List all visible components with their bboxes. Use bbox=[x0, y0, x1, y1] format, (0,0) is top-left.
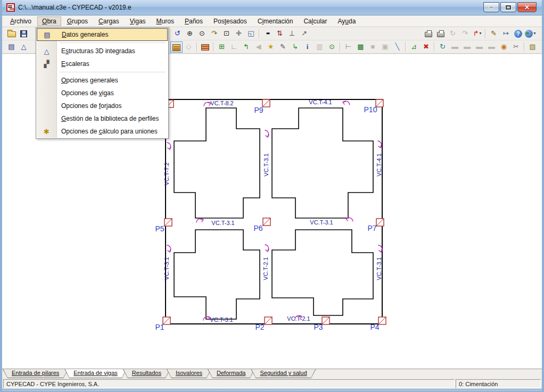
menu-item-opciones-vigas[interactable]: Opciones de vigas bbox=[37, 87, 168, 99]
search-button[interactable]: ●● bbox=[261, 28, 274, 39]
column-marker: P7 bbox=[367, 219, 384, 232]
menu-vigas[interactable]: Vigas bbox=[125, 16, 151, 26]
measure-button[interactable]: ↗ bbox=[298, 28, 310, 39]
title-bar[interactable]: C:\...\manual.c3e - CYPECAD - v2019.e ✕ bbox=[2, 0, 542, 15]
tool-disabled-2-button[interactable]: ▣ bbox=[379, 41, 391, 53]
tool-disabled-5-button[interactable]: ▬ bbox=[473, 41, 485, 53]
beam-multi-disabled-button[interactable]: ▥ bbox=[314, 41, 326, 53]
beam-favorites-button[interactable]: ★ bbox=[265, 41, 277, 53]
coordinates-button[interactable]: ⇅ bbox=[274, 28, 286, 39]
tab-seguridad[interactable]: Seguridad y salud bbox=[251, 369, 316, 378]
beam-info-button[interactable]: i bbox=[301, 41, 314, 53]
tool-disabled-6-button[interactable]: ▬ bbox=[485, 41, 498, 53]
menu-item-escaleras[interactable]: ▞Escaleras bbox=[37, 57, 168, 70]
beams-abacus-button[interactable] bbox=[170, 41, 183, 53]
pan-button[interactable]: ✚ bbox=[233, 28, 245, 39]
menu-item-gestion-biblioteca[interactable]: Gestión de la biblioteca de perfiles bbox=[37, 112, 168, 125]
3d-structures-icon: △ bbox=[37, 47, 56, 55]
maximize-button[interactable] bbox=[500, 2, 516, 12]
walls-button[interactable] bbox=[199, 41, 211, 53]
configuration-button[interactable]: ✎ bbox=[488, 28, 500, 39]
print-setup-button[interactable] bbox=[434, 28, 447, 39]
tab-entrada-vigas[interactable]: Entrada de vigas bbox=[64, 369, 127, 378]
save-file-button[interactable] bbox=[18, 28, 30, 39]
exit-window-button[interactable]: ↦ bbox=[500, 28, 512, 39]
assign-elements-button[interactable]: ⊿ bbox=[408, 41, 420, 53]
menu-obra[interactable]: Obra bbox=[37, 16, 61, 26]
new-beam-button[interactable]: ⊞ bbox=[216, 41, 228, 53]
redraw-edit-button[interactable]: ↷ bbox=[208, 28, 220, 39]
colors-button[interactable]: ◉ bbox=[498, 41, 510, 53]
zoom-factor-button[interactable]: ⊙ bbox=[196, 28, 208, 39]
orthogonal-button[interactable]: ⊥ bbox=[286, 28, 298, 39]
redraw-button[interactable]: ↺ bbox=[171, 28, 184, 39]
menu-item-estructuras-3d[interactable]: △Estructuras 3D integradas bbox=[37, 45, 168, 57]
menu-item-opciones-calculo-uniones[interactable]: ✱Opciones de cálculo para uniones bbox=[37, 125, 168, 138]
menu-archivo[interactable]: Archivo bbox=[5, 16, 36, 26]
diagonal-beam-button[interactable]: ╲ bbox=[391, 41, 403, 53]
export-button[interactable]: ↱▾ bbox=[471, 28, 483, 39]
tab-resultados[interactable]: Resultados bbox=[123, 369, 170, 378]
tool-disabled-1-button[interactable]: ■ bbox=[367, 41, 379, 53]
column-label: P4 bbox=[370, 323, 379, 331]
column-marker: P9 bbox=[254, 99, 270, 114]
toolbar-separator bbox=[340, 42, 341, 52]
full-view-icon: ◱ bbox=[248, 28, 254, 39]
delete-button[interactable]: ✖ bbox=[420, 41, 432, 53]
tab-entrada-pilares[interactable]: Entrada de pilares bbox=[3, 369, 68, 378]
menu-cimentacion[interactable]: Cimentación bbox=[253, 16, 298, 26]
menu-panos[interactable]: Paños bbox=[180, 16, 208, 26]
tab-deformada[interactable]: Deformada bbox=[208, 369, 254, 378]
rotate-view-button[interactable]: ↻ bbox=[436, 41, 449, 53]
group-3d-disabled-button[interactable]: ◇ bbox=[183, 41, 195, 53]
connections-options-icon: ✱ bbox=[37, 128, 56, 136]
cut-button[interactable]: ✂ bbox=[510, 41, 522, 53]
redo-disabled-button[interactable]: ↷ bbox=[459, 28, 471, 39]
diagonal-beam-icon: ╲ bbox=[395, 41, 400, 52]
configuration-icon: ✎ bbox=[491, 28, 497, 39]
general-data-tool-button[interactable]: ▤ bbox=[5, 41, 18, 53]
help-button[interactable] bbox=[512, 28, 524, 39]
zoom-extents-button[interactable]: ⊕ bbox=[184, 28, 196, 39]
print-button[interactable] bbox=[422, 28, 434, 39]
menu-item-opciones-generales[interactable]: Opciones generales bbox=[37, 74, 168, 87]
beam-insert-button[interactable]: ↰ bbox=[240, 41, 252, 53]
menu-calcular[interactable]: Calcular bbox=[299, 16, 332, 26]
zoom-window-button[interactable]: ⊡ bbox=[220, 28, 233, 39]
exit-window-icon: ↦ bbox=[503, 28, 509, 39]
redraw-icon: ↺ bbox=[175, 28, 180, 39]
menu-muros[interactable]: Muros bbox=[152, 16, 179, 26]
menu-item-opciones-forjados[interactable]: Opciones de forjados bbox=[37, 99, 168, 112]
cut-icon: ✂ bbox=[513, 41, 519, 52]
menu-item-datos-generales[interactable]: ▤Datos generales bbox=[37, 28, 168, 41]
tab-isovalores[interactable]: Isovalores bbox=[167, 369, 211, 378]
close-button[interactable]: ✕ bbox=[517, 2, 537, 12]
tool-disabled-4-button[interactable]: ▬ bbox=[461, 41, 473, 53]
hatch-button[interactable]: ▨ bbox=[526, 41, 539, 53]
external-beam-button[interactable]: ⊢ bbox=[342, 41, 355, 53]
beam-node-button[interactable]: ⊙ bbox=[326, 41, 338, 53]
beam-edit-button[interactable]: ✎ bbox=[277, 41, 289, 53]
tool-disabled-7-button[interactable]: ▮ bbox=[539, 41, 544, 53]
menu-grupos[interactable]: Grupos bbox=[62, 16, 93, 26]
integrated-3d-structures-tool-button[interactable]: △ bbox=[18, 41, 30, 53]
beam-label: VC.T-8.2 bbox=[210, 100, 233, 106]
tool-disabled-3-button[interactable]: ▬ bbox=[449, 41, 461, 53]
full-view-button[interactable]: ◱ bbox=[245, 28, 257, 39]
beam-corner-button[interactable]: ∟ bbox=[228, 41, 240, 53]
minimize-button[interactable] bbox=[483, 2, 499, 12]
column-marker: P3 bbox=[314, 317, 329, 331]
menu-cargas[interactable]: Cargas bbox=[94, 16, 124, 26]
language-globe-button[interactable]: ▾ bbox=[524, 28, 537, 39]
moment-arc-icon bbox=[378, 245, 382, 252]
beam-prev-disabled-button[interactable]: ◀ bbox=[252, 41, 265, 53]
external-beam-icon: ⊢ bbox=[345, 41, 351, 52]
beam-assign-button[interactable]: ↳ bbox=[289, 41, 301, 53]
open-file-button[interactable] bbox=[5, 28, 18, 39]
plan-outer-boundary bbox=[166, 99, 382, 324]
menu-ayuda[interactable]: Ayuda bbox=[333, 16, 360, 26]
current-group-field[interactable]: 0: Cimentación bbox=[456, 379, 541, 388]
menu-postesados[interactable]: Postesados bbox=[209, 16, 252, 26]
update-disabled-button[interactable]: ↻ bbox=[447, 28, 459, 39]
wall-beam-button[interactable]: ▩ bbox=[355, 41, 367, 53]
